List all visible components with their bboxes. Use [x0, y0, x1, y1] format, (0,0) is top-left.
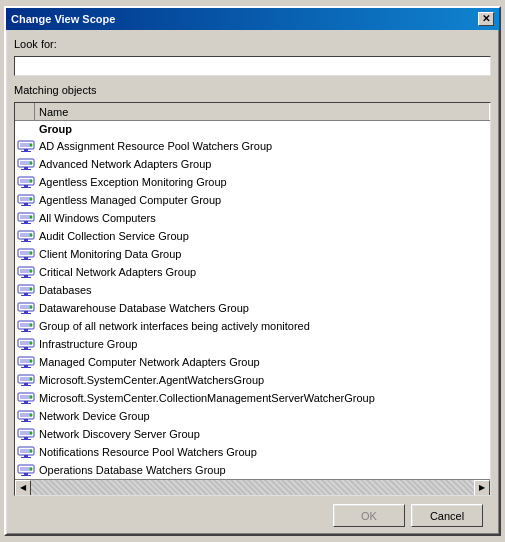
svg-rect-32	[24, 257, 28, 259]
list-item[interactable]: Datawarehouse Database Watchers Group	[15, 299, 490, 317]
list-item-text: Managed Computer Network Adapters Group	[39, 356, 260, 368]
svg-rect-92	[24, 473, 28, 475]
scroll-left-button[interactable]: ◀	[15, 480, 31, 496]
list-item[interactable]: AD Assignment Resource Pool Watchers Gro…	[15, 137, 490, 155]
svg-rect-42	[24, 293, 28, 295]
ok-button[interactable]: OK	[333, 504, 405, 527]
list-items-container: AD Assignment Resource Pool Watchers Gro…	[15, 137, 490, 479]
cancel-button[interactable]: Cancel	[411, 504, 483, 527]
network-group-icon	[17, 193, 35, 207]
network-group-icon	[17, 373, 35, 387]
svg-point-44	[30, 287, 33, 290]
list-item-text: All Windows Computers	[39, 212, 156, 224]
network-group-icon	[17, 463, 35, 477]
svg-rect-37	[24, 275, 28, 277]
svg-point-49	[30, 305, 33, 308]
list-item[interactable]: Critical Network Adapters Group	[15, 263, 490, 281]
list-item[interactable]: Agentless Exception Monitoring Group	[15, 173, 490, 191]
list-item[interactable]: Network Device Group	[15, 407, 490, 425]
svg-rect-33	[21, 259, 31, 260]
svg-point-89	[30, 449, 33, 452]
svg-rect-48	[21, 313, 31, 314]
list-item-text: Infrastructure Group	[39, 338, 137, 350]
list-item-text: Audit Collection Service Group	[39, 230, 189, 242]
list-item[interactable]: Notifications Resource Pool Watchers Gro…	[15, 443, 490, 461]
list-item-text: Agentless Managed Computer Group	[39, 194, 221, 206]
list-item[interactable]: All Windows Computers	[15, 209, 490, 227]
svg-rect-88	[21, 457, 31, 458]
title-bar: Change View Scope ✕	[6, 8, 499, 30]
svg-point-64	[30, 359, 33, 362]
network-group-icon	[17, 265, 35, 279]
svg-point-29	[30, 233, 33, 236]
list-item[interactable]: Microsoft.SystemCenter.CollectionManagem…	[15, 389, 490, 407]
svg-rect-58	[21, 349, 31, 350]
network-group-icon	[17, 409, 35, 423]
list-item[interactable]: Advanced Network Adapters Group	[15, 155, 490, 173]
list-item[interactable]: Client Monitoring Data Group	[15, 245, 490, 263]
svg-point-4	[30, 143, 33, 146]
svg-rect-8	[21, 169, 31, 170]
svg-rect-28	[21, 241, 31, 242]
svg-rect-53	[21, 331, 31, 332]
list-item[interactable]: Audit Collection Service Group	[15, 227, 490, 245]
svg-rect-57	[24, 347, 28, 349]
network-group-icon	[17, 427, 35, 441]
close-button[interactable]: ✕	[478, 12, 494, 26]
list-item[interactable]: Operations Database Watchers Group	[15, 461, 490, 479]
name-column-header[interactable]: Name	[35, 103, 490, 120]
list-item-text: AD Assignment Resource Pool Watchers Gro…	[39, 140, 272, 152]
network-group-icon	[17, 229, 35, 243]
svg-point-19	[30, 197, 33, 200]
scroll-track[interactable]	[31, 480, 474, 496]
network-group-icon	[17, 175, 35, 189]
network-group-icon	[17, 247, 35, 261]
svg-rect-22	[24, 221, 28, 223]
list-item[interactable]: Agentless Managed Computer Group	[15, 191, 490, 209]
svg-rect-77	[24, 419, 28, 421]
dialog-content: Look for: Matching objects Name Group AD…	[6, 30, 499, 542]
look-for-input[interactable]	[14, 56, 491, 76]
list-item[interactable]: Managed Computer Network Adapters Group	[15, 353, 490, 371]
svg-point-34	[30, 251, 33, 254]
horizontal-scrollbar: ◀ ▶	[15, 479, 490, 495]
svg-point-59	[30, 341, 33, 344]
svg-rect-68	[21, 385, 31, 386]
network-group-icon	[17, 301, 35, 315]
list-item-text: Group of all network interfaces being ac…	[39, 320, 310, 332]
list-item-text: Datawarehouse Database Watchers Group	[39, 302, 249, 314]
matching-objects-label: Matching objects	[14, 84, 491, 96]
svg-point-24	[30, 215, 33, 218]
scroll-right-button[interactable]: ▶	[474, 480, 490, 496]
list-item[interactable]: Microsoft.SystemCenter.AgentWatchersGrou…	[15, 371, 490, 389]
network-group-icon	[17, 319, 35, 333]
list-item-text: Microsoft.SystemCenter.AgentWatchersGrou…	[39, 374, 264, 386]
list-item-text: Operations Database Watchers Group	[39, 464, 226, 476]
list-header-expander	[15, 103, 35, 120]
list-item[interactable]: Infrastructure Group	[15, 335, 490, 353]
svg-point-54	[30, 323, 33, 326]
network-group-icon	[17, 391, 35, 405]
list-item[interactable]: Databases	[15, 281, 490, 299]
svg-rect-87	[24, 455, 28, 457]
svg-rect-13	[21, 187, 31, 188]
list-item[interactable]: Network Discovery Server Group	[15, 425, 490, 443]
list-item-text: Critical Network Adapters Group	[39, 266, 196, 278]
svg-rect-7	[24, 167, 28, 169]
network-group-icon	[17, 445, 35, 459]
network-group-icon	[17, 337, 35, 351]
list-item-text: Databases	[39, 284, 92, 296]
list-item-text: Advanced Network Adapters Group	[39, 158, 211, 170]
network-group-icon	[17, 283, 35, 297]
list-item-text: Notifications Resource Pool Watchers Gro…	[39, 446, 257, 458]
list-item[interactable]: Group of all network interfaces being ac…	[15, 317, 490, 335]
svg-rect-12	[24, 185, 28, 187]
svg-rect-17	[24, 203, 28, 205]
svg-rect-18	[21, 205, 31, 206]
list-scroll-area[interactable]: Group AD Assignment Resource Pool Watche…	[15, 121, 490, 479]
svg-rect-72	[24, 401, 28, 403]
svg-rect-2	[24, 149, 28, 151]
list-item-text: Network Device Group	[39, 410, 150, 422]
svg-point-94	[30, 467, 33, 470]
matching-objects-list: Name Group AD Assignment Resource Pool W…	[14, 102, 491, 496]
